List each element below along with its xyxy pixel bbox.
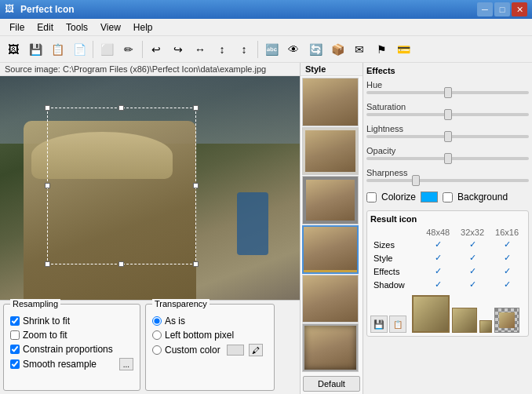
menu-help[interactable]: Help	[127, 20, 159, 35]
background-checkbox[interactable]	[443, 192, 453, 202]
toolbar-draw[interactable]: ✏	[118, 39, 139, 60]
toolbar-export[interactable]: 📦	[327, 39, 348, 60]
toolbar-card[interactable]: 💳	[393, 39, 414, 60]
hue-slider-thumb[interactable]	[444, 87, 452, 98]
style-thumb-5[interactable]	[302, 275, 359, 323]
background-label: Background	[457, 192, 508, 202]
sel-handle-bl[interactable]	[45, 261, 50, 267]
toolbar-mail[interactable]: ✉	[349, 39, 370, 60]
source-label: Source image: C:\Program Files (x86)\Per…	[0, 63, 300, 76]
image-panel: Source image: C:\Program Files (x86)\Per…	[0, 63, 301, 394]
toolbar-new[interactable]: 🖼	[3, 39, 24, 60]
sel-handle-tm[interactable]	[118, 105, 124, 111]
result-table: 48x48 32x32 16x16 Sizes ✓ ✓ ✓ Style ✓	[370, 226, 525, 292]
toolbar-paste[interactable]: 📄	[69, 39, 89, 60]
zoom-to-fit-checkbox[interactable]	[10, 330, 20, 340]
colorize-color-swatch[interactable]	[421, 192, 438, 202]
shadow-32-check[interactable]: ✓	[456, 279, 489, 290]
menu-file[interactable]: File	[3, 20, 31, 35]
smooth-checkbox[interactable]	[10, 359, 20, 369]
result-thumb-32[interactable]	[452, 308, 477, 333]
sel-handle-mr[interactable]	[193, 183, 199, 188]
result-thumb-checkered[interactable]	[494, 308, 519, 333]
sel-handle-tl[interactable]	[45, 105, 50, 111]
as-is-radio[interactable]	[152, 316, 162, 326]
maximize-button[interactable]: □	[494, 2, 510, 16]
sizes-48-check[interactable]: ✓	[421, 239, 454, 250]
window-controls: ─ □ ✕	[477, 2, 527, 16]
toolbar-separator-1	[93, 41, 93, 58]
toolbar-select[interactable]: ⬜	[97, 39, 117, 60]
app-icon: 🖼	[5, 3, 17, 16]
sharpness-label: Sharpness	[366, 168, 529, 177]
resampling-more-btn[interactable]: ...	[119, 358, 133, 370]
shadow-row: Shadow ✓ ✓ ✓	[372, 279, 523, 290]
sharpness-slider-thumb[interactable]	[412, 175, 420, 186]
opacity-slider-thumb[interactable]	[444, 153, 452, 164]
toolbar-text[interactable]: 🔤	[261, 39, 282, 60]
toolbar-save[interactable]: 💾	[25, 39, 46, 60]
toolbar-refresh[interactable]: 🔄	[305, 39, 326, 60]
style-thumb-6[interactable]	[302, 323, 359, 372]
effects-48-check[interactable]: ✓	[421, 265, 454, 277]
sizes-32-check[interactable]: ✓	[456, 239, 489, 250]
sharpness-row: Sharpness	[366, 168, 529, 185]
lightness-slider-thumb[interactable]	[444, 131, 452, 142]
sel-handle-tr[interactable]	[193, 105, 199, 111]
constrain-checkbox[interactable]	[10, 345, 20, 354]
style-default-btn[interactable]: Default	[303, 376, 360, 392]
effects-32-check[interactable]: ✓	[456, 265, 489, 277]
shadow-16-check[interactable]: ✓	[490, 279, 523, 290]
toolbar-preview[interactable]: 👁	[283, 39, 304, 60]
colorize-checkbox[interactable]	[366, 192, 377, 202]
selection-box[interactable]	[47, 108, 196, 264]
toolbar-undo[interactable]: ↩	[146, 39, 166, 60]
custom-color-radio[interactable]	[152, 345, 162, 355]
sel-handle-ml[interactable]	[45, 183, 50, 188]
constrain-label: Constrain proportions	[23, 344, 113, 355]
toolbar-flip-h[interactable]: ↔	[190, 39, 210, 60]
shadow-48-check[interactable]: ✓	[421, 279, 454, 290]
menu-tools[interactable]: Tools	[60, 20, 94, 35]
custom-color-swatch[interactable]	[227, 345, 244, 356]
shadow-row-label: Shadow	[372, 279, 420, 290]
style-thumb-3[interactable]	[302, 176, 359, 224]
size-32: 32x32	[456, 228, 489, 237]
shrink-to-fit-checkbox[interactable]	[10, 316, 20, 326]
colorize-row: Colorize Background	[366, 192, 529, 202]
toolbar-flip-v[interactable]: ↕	[212, 39, 232, 60]
toolbar-copy[interactable]: 📋	[47, 39, 67, 60]
toolbar-rotate[interactable]: ↕	[234, 39, 254, 60]
style-thumb-4[interactable]	[302, 225, 359, 274]
toolbar-redo[interactable]: ↪	[168, 39, 188, 60]
style-row: Style ✓ ✓ ✓	[372, 252, 523, 264]
close-button[interactable]: ✕	[512, 2, 527, 16]
toolbar-flag[interactable]: ⚑	[371, 39, 392, 60]
result-icon-copy-btn[interactable]: 📋	[389, 316, 406, 333]
zoom-to-fit-row: Zoom to fit	[10, 330, 133, 341]
app-title: Perfect Icon	[20, 4, 477, 15]
style-thumb-1[interactable]	[302, 78, 359, 126]
toolbar-separator-2	[142, 41, 143, 58]
effects-16-check[interactable]: ✓	[490, 265, 523, 277]
custom-color-btn[interactable]: 🖍	[249, 344, 263, 356]
sel-handle-br[interactable]	[193, 261, 199, 267]
style-48-check[interactable]: ✓	[421, 252, 454, 264]
transparency-panel: Transparency As is Left bottom pixel Cus…	[145, 304, 275, 391]
style-16-check[interactable]: ✓	[490, 252, 523, 264]
result-icon-save-btn[interactable]: 💾	[370, 316, 388, 333]
result-icon-title: Result icon	[370, 214, 525, 224]
sizes-16-check[interactable]: ✓	[490, 239, 523, 250]
result-thumb-16[interactable]	[479, 320, 492, 333]
style-thumb-2[interactable]	[302, 127, 359, 176]
minimize-button[interactable]: ─	[477, 2, 493, 16]
sel-handle-bm[interactable]	[118, 261, 124, 267]
left-bottom-radio[interactable]	[152, 330, 162, 340]
result-thumb-48[interactable]	[412, 295, 450, 333]
menu-view[interactable]: View	[94, 20, 127, 35]
image-canvas[interactable]	[0, 76, 300, 300]
menu-edit[interactable]: Edit	[31, 20, 60, 35]
style-32-check[interactable]: ✓	[456, 252, 489, 264]
saturation-slider-thumb[interactable]	[444, 109, 452, 120]
shrink-to-fit-label: Shrink to fit	[23, 316, 70, 327]
